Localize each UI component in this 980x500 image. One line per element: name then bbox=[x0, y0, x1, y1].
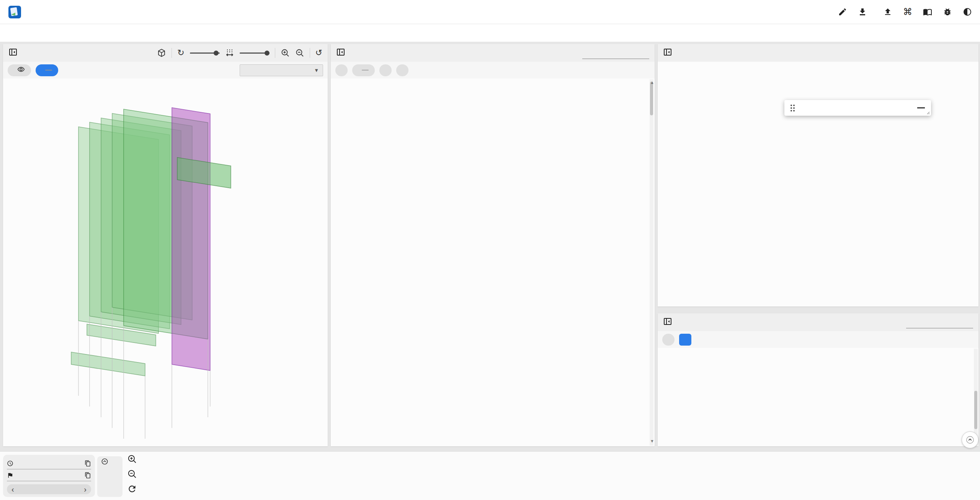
chevron-down-icon: ▼ bbox=[314, 67, 319, 73]
proto-dump-panel bbox=[658, 313, 978, 446]
report-bug-icon[interactable] bbox=[942, 7, 952, 17]
collapse-panel-icon[interactable] bbox=[663, 317, 672, 328]
top-bar: ⌘ bbox=[0, 0, 980, 24]
layers-3d-scene[interactable] bbox=[3, 79, 328, 446]
spacing-icon bbox=[225, 48, 234, 57]
layers-panel: ↻ ↺ ▼ bbox=[3, 44, 328, 446]
show-diff-chip[interactable] bbox=[335, 64, 348, 76]
screen-recording-overlay[interactable] bbox=[784, 100, 931, 116]
properties-panel bbox=[658, 44, 978, 307]
zoom-out-icon[interactable] bbox=[295, 48, 304, 57]
hierarchy-scrollbar[interactable] bbox=[650, 79, 653, 446]
scroll-up-icon[interactable]: ▲ bbox=[650, 80, 654, 85]
flag-icon bbox=[7, 472, 13, 479]
drag-handle-icon[interactable] bbox=[791, 105, 795, 111]
zoom-in-icon[interactable] bbox=[281, 48, 290, 57]
collapse-bottom-icon[interactable] bbox=[962, 431, 978, 448]
collapse-panel-icon[interactable] bbox=[663, 48, 672, 58]
copy-icon[interactable] bbox=[85, 460, 91, 467]
resize-handle-icon[interactable] bbox=[926, 110, 930, 115]
documentation-icon[interactable] bbox=[923, 7, 933, 17]
proto-search-input[interactable] bbox=[906, 316, 973, 328]
trace-filter-card bbox=[97, 456, 122, 497]
hierarchy-search-input[interactable] bbox=[582, 47, 649, 59]
rotation-icon: ↻ bbox=[177, 48, 184, 58]
flat-chip[interactable] bbox=[396, 64, 408, 76]
proto-dump-list bbox=[658, 348, 974, 446]
copy-icon[interactable] bbox=[85, 472, 91, 479]
reset-view-icon[interactable]: ↺ bbox=[315, 48, 322, 58]
v-flag-badge bbox=[362, 70, 369, 70]
show-only-chip[interactable] bbox=[36, 64, 58, 76]
timestamp-card: ‹ › bbox=[3, 455, 95, 497]
winscope-logo bbox=[8, 5, 27, 19]
next-frame-button[interactable]: › bbox=[84, 485, 87, 494]
minimize-button[interactable] bbox=[917, 107, 925, 108]
show-defaults-chip[interactable] bbox=[679, 334, 691, 346]
collapse-panel-icon[interactable] bbox=[336, 48, 345, 58]
nanosecond-time-input[interactable] bbox=[7, 469, 91, 481]
edit-icon[interactable] bbox=[838, 7, 848, 17]
trace-tab-bar bbox=[0, 24, 980, 42]
simplify-names-chip[interactable] bbox=[379, 64, 392, 76]
proto-scrollbar[interactable] bbox=[974, 349, 978, 446]
dark-mode-icon[interactable] bbox=[962, 7, 972, 17]
winscope-logo-icon bbox=[8, 5, 22, 19]
collapse-panel-icon[interactable] bbox=[8, 48, 18, 58]
scroll-down-icon[interactable]: ▼ bbox=[650, 439, 654, 443]
timeline-bar: ‹ › bbox=[0, 451, 980, 500]
show-only-chip[interactable] bbox=[352, 64, 375, 76]
rotation-slider[interactable] bbox=[190, 52, 220, 54]
collapse-filter-icon[interactable] bbox=[101, 458, 108, 465]
upload-icon[interactable] bbox=[883, 7, 893, 17]
3d-view-icon[interactable] bbox=[157, 48, 166, 57]
visibility-icon bbox=[17, 66, 25, 75]
v-flag-badge bbox=[45, 70, 52, 70]
download-icon[interactable] bbox=[858, 7, 867, 17]
layers-3d-canvas bbox=[3, 79, 328, 446]
displays-select[interactable]: ▼ bbox=[240, 64, 323, 76]
spacing-slider[interactable] bbox=[240, 52, 270, 54]
hierarchy-panel: ▲ ▼ bbox=[331, 44, 655, 446]
human-time-input[interactable] bbox=[7, 457, 91, 469]
prev-frame-button[interactable]: ‹ bbox=[11, 485, 14, 494]
hierarchy-tree bbox=[331, 79, 650, 446]
properties-body bbox=[658, 62, 978, 307]
ignore-chip[interactable] bbox=[8, 64, 31, 76]
frame-nav: ‹ › bbox=[7, 484, 91, 494]
timeline-canvas[interactable] bbox=[135, 452, 980, 500]
clock-icon bbox=[7, 460, 13, 467]
shortcuts-icon[interactable]: ⌘ bbox=[903, 7, 913, 17]
show-diff-chip[interactable] bbox=[662, 334, 675, 346]
